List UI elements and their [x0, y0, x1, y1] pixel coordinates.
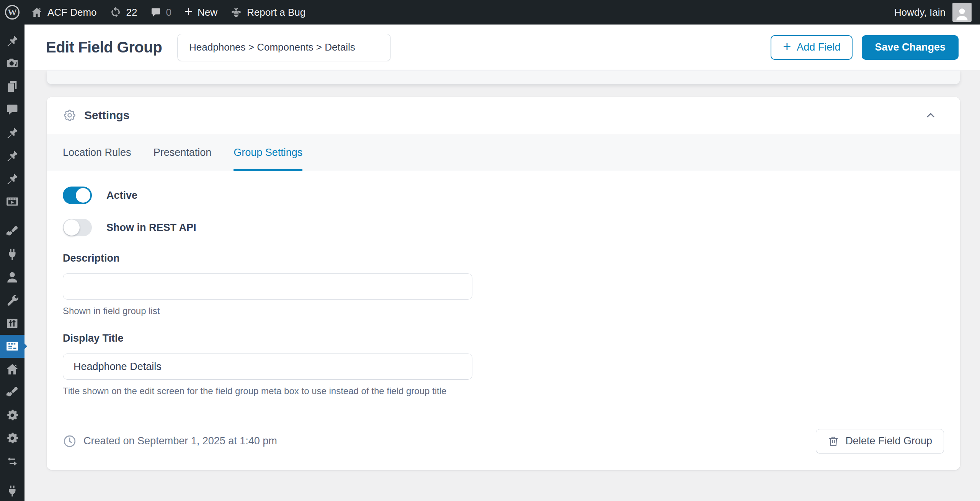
howdy-label: Howdy, Iain	[894, 7, 946, 18]
sidebar-item-appearance[interactable]	[0, 220, 24, 243]
updates-icon	[110, 7, 121, 18]
plug-icon	[6, 485, 19, 498]
breadcrumb-text: Headphones > Components > Details	[189, 41, 355, 53]
sidebar-item-video[interactable]	[0, 190, 24, 213]
plus-icon: +	[185, 5, 193, 18]
pushpin-icon	[6, 34, 19, 47]
settings-panel: Settings Location Rules Presentation Gro…	[47, 97, 960, 470]
page-title: Edit Field Group	[46, 39, 162, 56]
display-title-label: Display Title	[63, 332, 944, 344]
comments-icon	[150, 7, 161, 18]
sidebar-item-posts[interactable]	[0, 29, 24, 52]
created-text: Created on September 1, 2025 at 1:40 pm	[83, 435, 277, 447]
pushpin-icon	[6, 126, 19, 139]
person-icon	[954, 5, 970, 22]
description-label: Description	[63, 252, 944, 264]
wordpress-menu[interactable]: W	[0, 0, 24, 25]
comment-icon	[6, 103, 19, 116]
avatar	[952, 3, 972, 22]
update-count: 22	[126, 7, 137, 18]
sidebar-item-migrate[interactable]	[0, 450, 24, 473]
sidebar-item-comments[interactable]	[0, 98, 24, 121]
collapse-panel-button[interactable]	[925, 110, 936, 121]
gear-icon	[63, 108, 77, 122]
sidebar-item-users[interactable]	[0, 266, 24, 289]
sidebar-item-pages[interactable]	[0, 75, 24, 98]
home-icon	[6, 363, 19, 376]
toggle-knob	[76, 188, 90, 203]
sidebar-item-acf-field-groups[interactable]	[0, 335, 24, 358]
display-title-hint: Title shown on the edit screen for the f…	[63, 386, 944, 396]
rest-api-toggle-row: Show in REST API	[63, 219, 944, 236]
sidebar-item-plugins-2[interactable]	[0, 480, 24, 501]
header-actions: + Add Field Save Changes	[771, 35, 959, 60]
tab-presentation[interactable]: Presentation	[154, 134, 212, 171]
report-a-bug-label: Report a Bug	[247, 7, 305, 18]
display-title-input[interactable]	[63, 354, 472, 380]
bee-icon	[230, 7, 242, 18]
add-field-button[interactable]: + Add Field	[771, 35, 853, 60]
chevron-up-icon	[925, 110, 936, 121]
fields-panel-bottom-edge	[47, 70, 960, 84]
comments-link[interactable]: 0	[144, 0, 178, 25]
comment-count: 0	[166, 7, 172, 18]
delete-field-group-button[interactable]: Delete Field Group	[816, 429, 944, 454]
pushpin-icon	[6, 149, 19, 162]
account-menu[interactable]: Howdy, Iain	[894, 3, 980, 22]
active-toggle[interactable]	[63, 187, 92, 204]
media-icon	[6, 57, 19, 70]
users-icon	[6, 271, 19, 284]
gear-icon	[6, 432, 19, 445]
home-icon	[31, 7, 42, 18]
tab-group-settings[interactable]: Group Settings	[234, 134, 302, 171]
save-changes-label: Save Changes	[875, 41, 946, 53]
sidebar-item-options-2[interactable]	[0, 427, 24, 450]
sidebar-item-cpt-1[interactable]	[0, 121, 24, 144]
admin-bar: W ACF Demo 22 0 + New Report a Bug Howdy…	[0, 0, 980, 25]
active-toggle-label: Active	[106, 190, 137, 201]
settings-panel-header: Settings	[47, 97, 960, 134]
settings-panel-footer: Created on September 1, 2025 at 1:40 pm …	[47, 412, 960, 470]
sidebar-item-cpt-3[interactable]	[0, 167, 24, 190]
sidebar-item-home[interactable]	[0, 358, 24, 381]
report-a-bug-link[interactable]: Report a Bug	[224, 0, 312, 25]
plug-icon	[6, 248, 19, 261]
page-header: Edit Field Group Headphones > Components…	[24, 25, 980, 70]
description-input[interactable]	[63, 273, 472, 300]
site-name: ACF Demo	[47, 7, 97, 18]
site-name-link[interactable]: ACF Demo	[24, 0, 103, 25]
settings-panel-title: Settings	[84, 109, 129, 122]
pages-icon	[6, 80, 19, 93]
toggle-knob	[64, 219, 80, 236]
switch-arrows-icon	[7, 455, 18, 467]
brush-icon	[6, 386, 19, 399]
new-label: New	[198, 7, 217, 18]
sidebar-item-plugins[interactable]	[0, 243, 24, 266]
add-field-label: Add Field	[797, 41, 840, 53]
clock-icon	[63, 434, 77, 448]
sidebar-item-theme[interactable]	[0, 381, 24, 404]
sidebar-item-options-1[interactable]	[0, 404, 24, 427]
settings-tabbar: Location Rules Presentation Group Settin…	[47, 134, 960, 171]
show-in-rest-api-toggle[interactable]	[63, 219, 92, 236]
video-icon	[6, 195, 19, 208]
updates-link[interactable]: 22	[103, 0, 144, 25]
sidebar-item-settings[interactable]	[0, 312, 24, 335]
acf-field-groups-icon	[6, 340, 19, 353]
sidebar-item-media[interactable]	[0, 52, 24, 75]
wrench-icon	[6, 294, 19, 307]
gear-icon	[6, 409, 19, 422]
tab-location-rules[interactable]: Location Rules	[63, 134, 131, 171]
trash-icon	[828, 436, 839, 447]
brush-icon	[6, 225, 19, 238]
sliders-icon	[6, 317, 19, 330]
new-content-menu[interactable]: + New	[178, 0, 224, 25]
sidebar-item-tools[interactable]	[0, 289, 24, 312]
plus-icon: +	[783, 39, 791, 55]
breadcrumb: Headphones > Components > Details	[177, 34, 391, 61]
save-changes-button[interactable]: Save Changes	[862, 35, 959, 60]
sidebar-item-cpt-2[interactable]	[0, 144, 24, 167]
delete-field-group-label: Delete Field Group	[845, 435, 932, 447]
rest-api-toggle-label: Show in REST API	[106, 222, 196, 234]
wordpress-logo-icon: W	[5, 5, 20, 20]
